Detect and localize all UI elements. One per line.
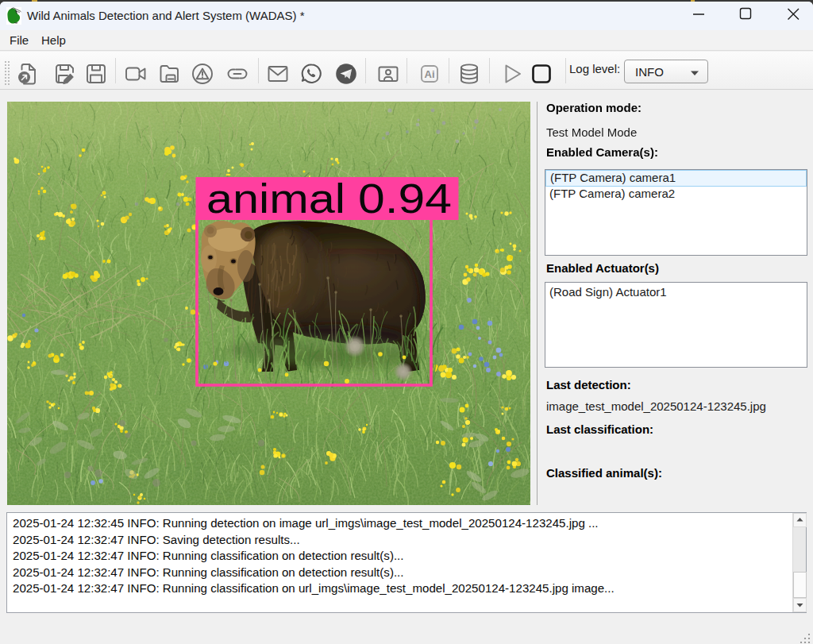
- svg-text:0.94: 0.94: [358, 175, 452, 222]
- svg-text:Ai: Ai: [425, 68, 435, 80]
- svg-text:animal: animal: [206, 175, 345, 222]
